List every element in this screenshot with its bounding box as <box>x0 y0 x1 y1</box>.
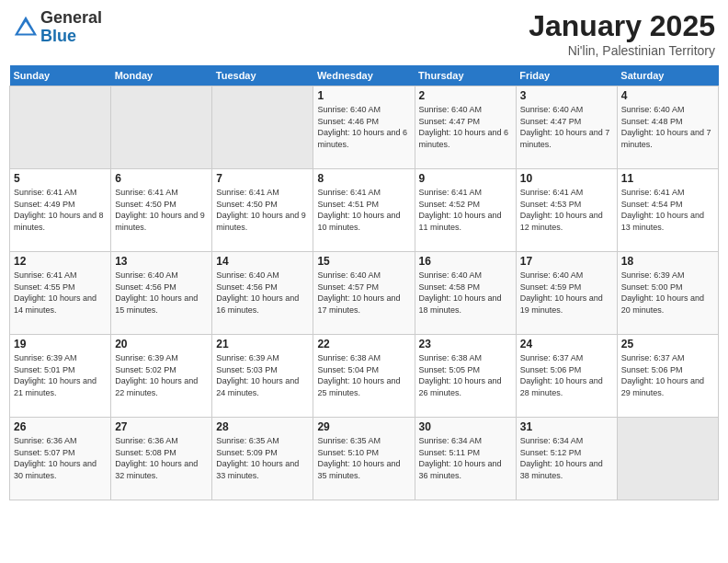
day-number: 25 <box>621 338 714 350</box>
day-info: Sunrise: 6:34 AMSunset: 5:11 PMDaylight:… <box>419 435 512 481</box>
logo-blue-text: Blue <box>40 28 102 46</box>
calendar-cell: 29Sunrise: 6:35 AMSunset: 5:10 PMDayligh… <box>313 418 415 500</box>
day-info: Sunrise: 6:39 AMSunset: 5:03 PMDaylight:… <box>216 352 309 398</box>
day-info: Sunrise: 6:38 AMSunset: 5:05 PMDaylight:… <box>419 352 512 398</box>
header-wednesday: Wednesday <box>313 65 415 86</box>
calendar-cell <box>212 86 313 169</box>
day-number: 11 <box>621 172 714 185</box>
page-header: General Blue January 2025 Ni'lin, Palest… <box>9 9 719 58</box>
calendar-cell: 6Sunrise: 6:41 AMSunset: 4:50 PMDaylight… <box>111 169 212 252</box>
calendar-cell <box>617 418 718 500</box>
week-row-5: 26Sunrise: 6:36 AMSunset: 5:07 PMDayligh… <box>10 418 719 500</box>
day-number: 23 <box>419 338 512 350</box>
calendar-cell: 12Sunrise: 6:41 AMSunset: 4:55 PMDayligh… <box>10 252 111 335</box>
day-info: Sunrise: 6:36 AMSunset: 5:08 PMDaylight:… <box>115 435 208 481</box>
day-number: 1 <box>317 89 410 102</box>
day-info: Sunrise: 6:40 AMSunset: 4:46 PMDaylight:… <box>317 104 410 150</box>
day-number: 24 <box>520 338 613 350</box>
calendar-cell <box>111 86 212 169</box>
day-number: 22 <box>317 338 410 350</box>
location-text: Ni'lin, Palestinian Territory <box>529 43 715 58</box>
calendar-cell: 16Sunrise: 6:40 AMSunset: 4:58 PMDayligh… <box>415 252 516 335</box>
week-row-3: 12Sunrise: 6:41 AMSunset: 4:55 PMDayligh… <box>10 252 719 335</box>
calendar-cell: 17Sunrise: 6:40 AMSunset: 4:59 PMDayligh… <box>516 252 617 335</box>
calendar-cell: 4Sunrise: 6:40 AMSunset: 4:48 PMDaylight… <box>617 86 718 169</box>
calendar-table: SundayMondayTuesdayWednesdayThursdayFrid… <box>9 65 719 500</box>
day-number: 19 <box>14 338 107 350</box>
calendar-cell <box>10 86 111 169</box>
day-number: 20 <box>115 338 208 350</box>
day-info: Sunrise: 6:40 AMSunset: 4:48 PMDaylight:… <box>621 104 714 150</box>
calendar-cell: 26Sunrise: 6:36 AMSunset: 5:07 PMDayligh… <box>10 418 111 500</box>
calendar-cell: 14Sunrise: 6:40 AMSunset: 4:56 PMDayligh… <box>212 252 313 335</box>
day-info: Sunrise: 6:36 AMSunset: 5:07 PMDaylight:… <box>14 435 107 481</box>
calendar-cell: 3Sunrise: 6:40 AMSunset: 4:47 PMDaylight… <box>516 86 617 169</box>
logo-icon <box>13 15 39 40</box>
day-info: Sunrise: 6:35 AMSunset: 5:10 PMDaylight:… <box>317 435 410 481</box>
day-number: 3 <box>520 89 613 102</box>
day-number: 5 <box>14 172 107 185</box>
day-info: Sunrise: 6:38 AMSunset: 5:04 PMDaylight:… <box>317 352 410 398</box>
day-info: Sunrise: 6:37 AMSunset: 5:06 PMDaylight:… <box>520 352 613 398</box>
day-info: Sunrise: 6:37 AMSunset: 5:06 PMDaylight:… <box>621 352 714 398</box>
day-info: Sunrise: 6:40 AMSunset: 4:57 PMDaylight:… <box>317 270 410 316</box>
day-number: 17 <box>520 255 613 268</box>
calendar-cell: 23Sunrise: 6:38 AMSunset: 5:05 PMDayligh… <box>415 335 516 418</box>
day-info: Sunrise: 6:40 AMSunset: 4:47 PMDaylight:… <box>520 104 613 150</box>
day-number: 29 <box>317 420 410 433</box>
day-info: Sunrise: 6:41 AMSunset: 4:52 PMDaylight:… <box>419 187 512 233</box>
day-info: Sunrise: 6:41 AMSunset: 4:53 PMDaylight:… <box>520 187 613 233</box>
week-row-4: 19Sunrise: 6:39 AMSunset: 5:01 PMDayligh… <box>10 335 719 418</box>
calendar-cell: 24Sunrise: 6:37 AMSunset: 5:06 PMDayligh… <box>516 335 617 418</box>
day-info: Sunrise: 6:39 AMSunset: 5:00 PMDaylight:… <box>621 270 714 316</box>
calendar-cell: 25Sunrise: 6:37 AMSunset: 5:06 PMDayligh… <box>617 335 718 418</box>
day-number: 31 <box>520 420 613 433</box>
day-number: 18 <box>621 255 714 268</box>
day-number: 10 <box>520 172 613 185</box>
week-row-1: 1Sunrise: 6:40 AMSunset: 4:46 PMDaylight… <box>10 86 719 169</box>
day-number: 4 <box>621 89 714 102</box>
calendar-cell: 22Sunrise: 6:38 AMSunset: 5:04 PMDayligh… <box>313 335 415 418</box>
day-number: 26 <box>14 420 107 433</box>
calendar-cell: 27Sunrise: 6:36 AMSunset: 5:08 PMDayligh… <box>111 418 212 500</box>
day-info: Sunrise: 6:39 AMSunset: 5:02 PMDaylight:… <box>115 352 208 398</box>
calendar-cell: 19Sunrise: 6:39 AMSunset: 5:01 PMDayligh… <box>10 335 111 418</box>
day-number: 30 <box>419 420 512 433</box>
header-thursday: Thursday <box>415 65 516 86</box>
calendar-cell: 1Sunrise: 6:40 AMSunset: 4:46 PMDaylight… <box>313 86 415 169</box>
day-info: Sunrise: 6:40 AMSunset: 4:56 PMDaylight:… <box>216 270 309 316</box>
day-number: 21 <box>216 338 309 350</box>
calendar-cell: 10Sunrise: 6:41 AMSunset: 4:53 PMDayligh… <box>516 169 617 252</box>
logo-general-text: General <box>40 9 102 28</box>
day-info: Sunrise: 6:41 AMSunset: 4:51 PMDaylight:… <box>317 187 410 233</box>
day-info: Sunrise: 6:40 AMSunset: 4:47 PMDaylight:… <box>419 104 512 150</box>
day-info: Sunrise: 6:41 AMSunset: 4:55 PMDaylight:… <box>14 270 107 316</box>
day-number: 15 <box>317 255 410 268</box>
day-number: 8 <box>317 172 410 185</box>
day-info: Sunrise: 6:34 AMSunset: 5:12 PMDaylight:… <box>520 435 613 481</box>
logo: General Blue <box>13 9 102 46</box>
day-number: 12 <box>14 255 107 268</box>
day-info: Sunrise: 6:40 AMSunset: 4:56 PMDaylight:… <box>115 270 208 316</box>
day-number: 7 <box>216 172 309 185</box>
day-number: 16 <box>419 255 512 268</box>
header-saturday: Saturday <box>617 65 718 86</box>
day-number: 27 <box>115 420 208 433</box>
header-row: SundayMondayTuesdayWednesdayThursdayFrid… <box>10 65 719 86</box>
day-info: Sunrise: 6:41 AMSunset: 4:50 PMDaylight:… <box>216 187 309 233</box>
calendar-cell: 31Sunrise: 6:34 AMSunset: 5:12 PMDayligh… <box>516 418 617 500</box>
day-number: 14 <box>216 255 309 268</box>
calendar-cell: 28Sunrise: 6:35 AMSunset: 5:09 PMDayligh… <box>212 418 313 500</box>
calendar-cell: 15Sunrise: 6:40 AMSunset: 4:57 PMDayligh… <box>313 252 415 335</box>
day-info: Sunrise: 6:40 AMSunset: 4:59 PMDaylight:… <box>520 270 613 316</box>
day-number: 9 <box>419 172 512 185</box>
calendar-cell: 30Sunrise: 6:34 AMSunset: 5:11 PMDayligh… <box>415 418 516 500</box>
day-info: Sunrise: 6:39 AMSunset: 5:01 PMDaylight:… <box>14 352 107 398</box>
calendar-cell: 21Sunrise: 6:39 AMSunset: 5:03 PMDayligh… <box>212 335 313 418</box>
calendar-cell: 8Sunrise: 6:41 AMSunset: 4:51 PMDaylight… <box>313 169 415 252</box>
calendar-cell: 20Sunrise: 6:39 AMSunset: 5:02 PMDayligh… <box>111 335 212 418</box>
week-row-2: 5Sunrise: 6:41 AMSunset: 4:49 PMDaylight… <box>10 169 719 252</box>
day-number: 2 <box>419 89 512 102</box>
day-number: 6 <box>115 172 208 185</box>
calendar-cell: 5Sunrise: 6:41 AMSunset: 4:49 PMDaylight… <box>10 169 111 252</box>
